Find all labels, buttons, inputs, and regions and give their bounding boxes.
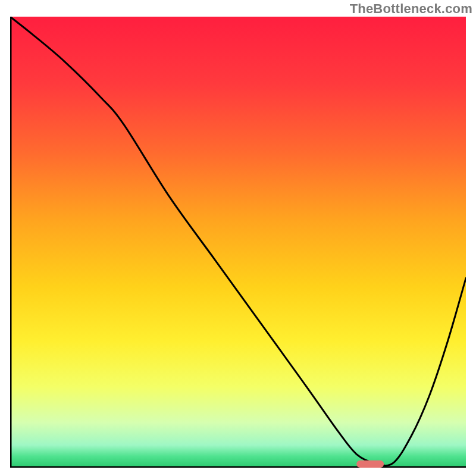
chart-stage: TheBottleneck.com — [0, 0, 476, 476]
plot-area — [10, 17, 466, 468]
optimal-marker — [356, 461, 384, 468]
watermark-text: TheBottleneck.com — [350, 1, 472, 17]
bottleneck-chart — [10, 17, 466, 468]
gradient-background — [10, 17, 466, 468]
